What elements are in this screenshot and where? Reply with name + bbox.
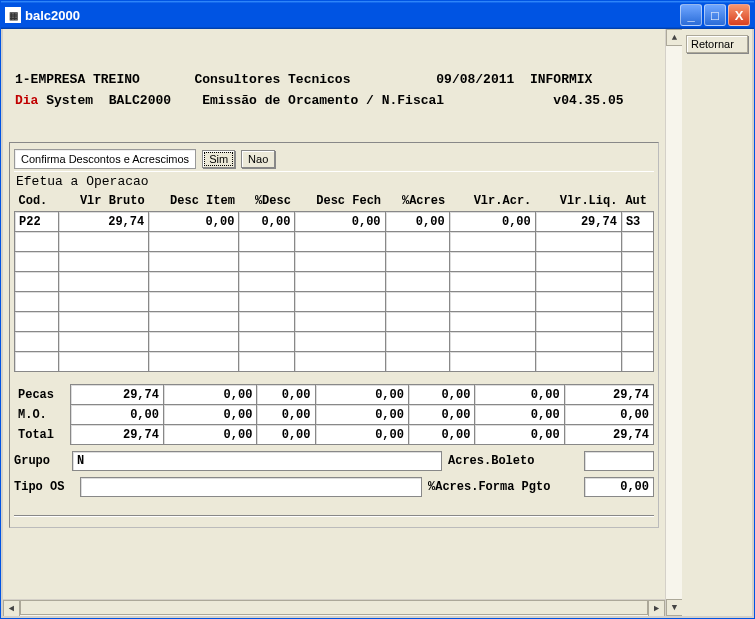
table-row: P2229,740,000,000,000,000,0029,74S3 — [15, 212, 654, 232]
cell-desc_item[interactable] — [149, 292, 239, 312]
cell-desc_fech[interactable] — [295, 312, 385, 332]
cell-aut[interactable] — [621, 272, 653, 292]
cell-cod[interactable] — [15, 292, 59, 312]
cell-aut[interactable] — [621, 232, 653, 252]
cell-cod[interactable] — [15, 352, 59, 372]
cell-vlr_bruto[interactable] — [59, 232, 149, 252]
cell-vlr_acr[interactable] — [449, 332, 535, 352]
cell-desc_fech[interactable] — [295, 252, 385, 272]
cell-vlr_liq[interactable] — [535, 292, 621, 312]
cell-desc_item[interactable] — [149, 272, 239, 292]
cell-vlr_liq[interactable] — [535, 312, 621, 332]
cell-aut[interactable] — [621, 252, 653, 272]
retornar-button[interactable]: Retornar — [686, 35, 748, 53]
cell-vlr_bruto[interactable] — [59, 352, 149, 372]
cell-aut[interactable] — [621, 352, 653, 372]
cell-vlr_liq[interactable]: 29,74 — [535, 212, 621, 232]
tipoos-label: Tipo OS — [14, 480, 74, 494]
cell-vlr_acr[interactable]: 0,00 — [449, 212, 535, 232]
app-window: ▦ balc2000 _ □ X 1-EMPRESA TREINO Consul… — [0, 0, 755, 619]
cell-aut[interactable] — [621, 292, 653, 312]
cell-desc_item[interactable] — [149, 252, 239, 272]
cell-vlr_bruto[interactable] — [59, 272, 149, 292]
pecas-vlr-bruto: 29,74 — [70, 385, 163, 405]
cell-pct_desc[interactable] — [239, 292, 295, 312]
cell-pct_desc[interactable]: 0,00 — [239, 212, 295, 232]
cell-desc_item[interactable] — [149, 352, 239, 372]
cell-pct_acres[interactable] — [385, 332, 449, 352]
scroll-left-icon[interactable]: ◄ — [3, 600, 20, 616]
cell-desc_item[interactable]: 0,00 — [149, 212, 239, 232]
cell-pct_desc[interactable] — [239, 352, 295, 372]
vertical-scrollbar[interactable]: ▲ ▼ — [665, 29, 682, 616]
cell-cod[interactable] — [15, 232, 59, 252]
cell-vlr_bruto[interactable] — [59, 312, 149, 332]
col-vlr-liq: Vlr.Liq. — [535, 191, 621, 212]
horizontal-scrollbar[interactable]: ◄ ► — [3, 599, 665, 616]
cell-vlr_liq[interactable] — [535, 232, 621, 252]
scroll-up-icon[interactable]: ▲ — [666, 29, 683, 46]
scroll-right-icon[interactable]: ► — [648, 600, 665, 616]
grupo-row: Grupo N Acres.Boleto — [14, 451, 654, 471]
cell-pct_desc[interactable] — [239, 312, 295, 332]
cell-pct_acres[interactable] — [385, 272, 449, 292]
cell-desc_item[interactable] — [149, 332, 239, 352]
cell-cod[interactable]: P22 — [15, 212, 59, 232]
maximize-button[interactable]: □ — [704, 4, 726, 26]
cell-vlr_bruto[interactable]: 29,74 — [59, 212, 149, 232]
cell-vlr_acr[interactable] — [449, 232, 535, 252]
cell-desc_fech[interactable] — [295, 352, 385, 372]
cell-pct_desc[interactable] — [239, 252, 295, 272]
cell-pct_acres[interactable]: 0,00 — [385, 212, 449, 232]
nao-button[interactable]: Nao — [241, 150, 275, 168]
cell-vlr_liq[interactable] — [535, 252, 621, 272]
cell-vlr_acr[interactable] — [449, 312, 535, 332]
cell-desc_item[interactable] — [149, 232, 239, 252]
total-desc-fech: 0,00 — [315, 425, 408, 445]
cell-vlr_bruto[interactable] — [59, 292, 149, 312]
cell-vlr_bruto[interactable] — [59, 252, 149, 272]
close-button[interactable]: X — [728, 4, 750, 26]
col-aut: Aut — [621, 191, 653, 212]
table-row — [15, 272, 654, 292]
tipoos-field[interactable] — [80, 477, 422, 497]
cell-desc_fech[interactable] — [295, 292, 385, 312]
cell-pct_acres[interactable] — [385, 352, 449, 372]
cell-aut[interactable] — [621, 312, 653, 332]
cell-desc_item[interactable] — [149, 312, 239, 332]
cell-cod[interactable] — [15, 252, 59, 272]
cell-vlr_liq[interactable] — [535, 332, 621, 352]
cell-vlr_liq[interactable] — [535, 352, 621, 372]
pecas-desc-item: 0,00 — [163, 385, 256, 405]
cell-pct_desc[interactable] — [239, 272, 295, 292]
cell-pct_acres[interactable] — [385, 252, 449, 272]
cell-desc_fech[interactable]: 0,00 — [295, 212, 385, 232]
cell-cod[interactable] — [15, 332, 59, 352]
acres-boleto-field[interactable] — [584, 451, 654, 471]
scroll-down-icon[interactable]: ▼ — [666, 599, 683, 616]
cell-aut[interactable] — [621, 332, 653, 352]
cell-cod[interactable] — [15, 272, 59, 292]
grupo-field[interactable]: N — [72, 451, 442, 471]
cell-aut[interactable]: S3 — [621, 212, 653, 232]
sim-button[interactable]: Sim — [202, 150, 235, 168]
cell-vlr_bruto[interactable] — [59, 332, 149, 352]
hscroll-thumb[interactable] — [20, 600, 648, 615]
cell-desc_fech[interactable] — [295, 272, 385, 292]
pct-acres-pgto-field[interactable]: 0,00 — [584, 477, 654, 497]
cell-vlr_acr[interactable] — [449, 352, 535, 372]
cell-desc_fech[interactable] — [295, 232, 385, 252]
cell-vlr_liq[interactable] — [535, 272, 621, 292]
cell-vlr_acr[interactable] — [449, 272, 535, 292]
cell-pct_acres[interactable] — [385, 312, 449, 332]
cell-desc_fech[interactable] — [295, 332, 385, 352]
minimize-button[interactable]: _ — [680, 4, 702, 26]
table-row — [15, 352, 654, 372]
cell-vlr_acr[interactable] — [449, 252, 535, 272]
cell-vlr_acr[interactable] — [449, 292, 535, 312]
cell-pct_acres[interactable] — [385, 232, 449, 252]
cell-cod[interactable] — [15, 312, 59, 332]
cell-pct_acres[interactable] — [385, 292, 449, 312]
cell-pct_desc[interactable] — [239, 332, 295, 352]
cell-pct_desc[interactable] — [239, 232, 295, 252]
